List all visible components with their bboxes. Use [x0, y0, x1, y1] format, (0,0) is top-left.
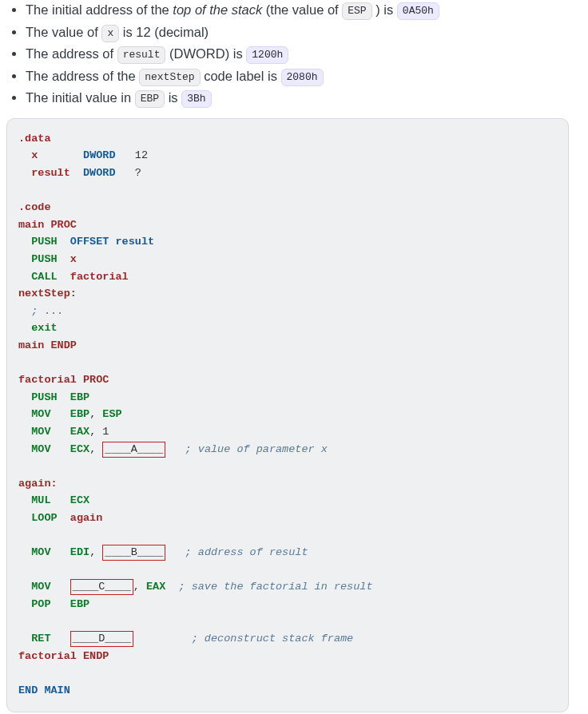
val: 1	[102, 426, 109, 438]
op-exit: exit	[31, 322, 57, 334]
text: The address of the	[26, 69, 139, 83]
op-push: PUSH	[31, 253, 57, 265]
reg: EDI	[70, 546, 89, 558]
text: The value of	[26, 25, 101, 39]
val: 12	[135, 149, 148, 161]
chip-result: result	[117, 46, 166, 64]
chip-val: 3Bh	[181, 90, 211, 108]
bullet-4: The initial value in EBP is 3Bh	[26, 88, 569, 109]
given-list: The initial address of the top of the st…	[6, 0, 569, 109]
op-pop: POP	[31, 598, 50, 610]
sym-x: x	[31, 149, 38, 161]
label-main-endp: main ENDP	[18, 339, 77, 351]
text: The address of	[26, 46, 117, 61]
type: DWORD	[83, 167, 116, 179]
op-mul: MUL	[31, 494, 50, 506]
text: (DWORD) is	[165, 46, 246, 61]
blank-a: ____A____	[102, 442, 165, 458]
blank-c: ____C____	[70, 579, 133, 595]
blank-b: ____B____	[102, 545, 165, 561]
chip-ebp: EBP	[135, 90, 165, 108]
comment: ; deconstruct stack frame	[192, 633, 354, 645]
directive-code: .code	[18, 201, 51, 213]
text: The initial address of the	[26, 2, 173, 17]
op-call: CALL	[31, 271, 57, 283]
text: is 12 (decimal)	[119, 25, 209, 39]
op-ret: RET	[31, 633, 50, 645]
label-factorial-proc: factorial PROC	[18, 374, 109, 386]
arg: x	[70, 253, 77, 265]
comment: ; ...	[31, 305, 64, 317]
directive-data: .data	[18, 133, 51, 145]
op-push: PUSH	[31, 391, 57, 403]
text: code label is	[201, 69, 281, 83]
chip-x: x	[101, 25, 119, 42]
text: is	[165, 90, 181, 105]
chip-val: 0A50h	[397, 2, 439, 20]
op-loop: LOOP	[31, 512, 57, 524]
label-main-proc: main PROC	[18, 219, 77, 231]
type: DWORD	[83, 149, 116, 161]
reg: ECX	[70, 494, 89, 506]
reg: EBP	[70, 391, 89, 403]
end-main: END MAIN	[18, 684, 70, 696]
op-mov: MOV	[31, 443, 50, 455]
reg: EBP	[70, 598, 89, 610]
bullet-2: The address of result (DWORD) is 1200h	[26, 44, 569, 65]
arg: again	[70, 512, 103, 524]
reg: EAX	[70, 426, 89, 438]
emphasis: top of the stack	[173, 2, 262, 17]
blank-d: ____D____	[70, 631, 133, 647]
comment: ; address of result	[185, 546, 308, 558]
reg: EBP	[70, 408, 89, 420]
label-again: again:	[18, 478, 58, 490]
chip-val: 2080h	[281, 69, 324, 86]
op-mov: MOV	[31, 581, 50, 593]
bullet-3: The address of the nextStep code label i…	[26, 66, 569, 87]
chip-nextstep: nextStep	[139, 69, 200, 86]
comment: ; save the factorial in result	[178, 581, 372, 593]
reg: ESP	[102, 408, 121, 420]
op-mov: MOV	[31, 546, 50, 558]
assembly-code-block: .data x DWORD 12 result DWORD ? .code ma…	[6, 118, 569, 713]
op-mov: MOV	[31, 408, 50, 420]
label-nextstep: nextStep:	[18, 288, 77, 299]
text: (the value of	[262, 2, 342, 17]
arg: OFFSET result	[70, 236, 154, 248]
text: The initial value in	[26, 90, 135, 105]
text: ) is	[372, 2, 397, 17]
bullet-0: The initial address of the top of the st…	[26, 0, 569, 21]
reg: EAX	[146, 581, 165, 593]
arg: factorial	[70, 271, 129, 283]
chip-val: 1200h	[246, 46, 288, 64]
bullet-1: The value of x is 12 (decimal)	[26, 22, 569, 43]
reg: ECX	[70, 443, 89, 455]
chip-esp: ESP	[342, 2, 371, 20]
op-mov: MOV	[31, 426, 50, 438]
comment: ; value of parameter x	[185, 443, 328, 455]
sym-result: result	[31, 167, 70, 179]
val: ?	[135, 167, 141, 179]
op-push: PUSH	[31, 236, 57, 248]
label-factorial-endp: factorial ENDP	[18, 650, 109, 662]
